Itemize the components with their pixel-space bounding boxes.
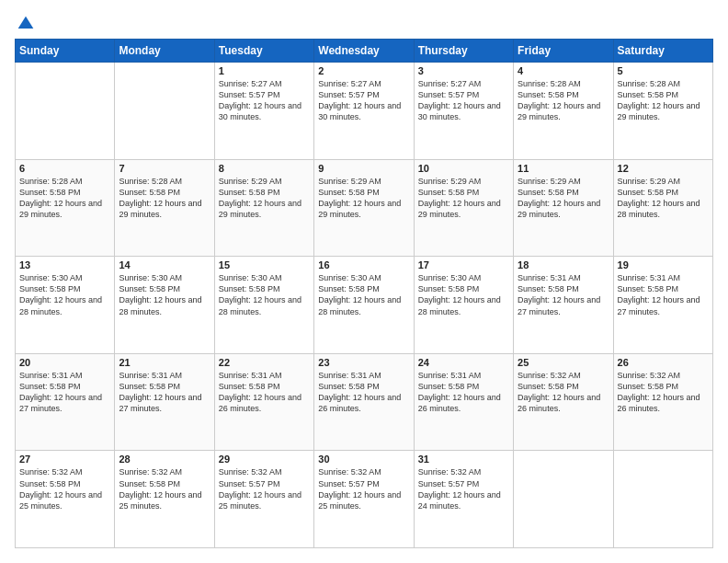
day-info: Sunrise: 5:30 AM Sunset: 5:58 PM Dayligh… [219,272,310,317]
day-info: Sunrise: 5:28 AM Sunset: 5:58 PM Dayligh… [618,78,709,123]
day-number: 2 [318,65,409,76]
day-info: Sunrise: 5:27 AM Sunset: 5:57 PM Dayligh… [318,78,409,123]
calendar-cell: 20Sunrise: 5:31 AM Sunset: 5:58 PM Dayli… [16,353,115,451]
day-number: 28 [119,454,210,465]
day-of-week-header: Wednesday [314,40,414,63]
logo-text [15,15,35,33]
calendar-header-row: SundayMondayTuesdayWednesdayThursdayFrid… [16,40,713,63]
calendar-cell: 24Sunrise: 5:31 AM Sunset: 5:58 PM Dayli… [414,353,513,451]
calendar-cell [16,63,115,160]
calendar-cell: 21Sunrise: 5:31 AM Sunset: 5:58 PM Dayli… [115,353,214,451]
calendar-cell: 26Sunrise: 5:32 AM Sunset: 5:58 PM Dayli… [613,353,712,451]
day-info: Sunrise: 5:31 AM Sunset: 5:58 PM Dayligh… [318,370,409,415]
calendar-cell: 17Sunrise: 5:30 AM Sunset: 5:58 PM Dayli… [414,257,513,354]
day-number: 16 [318,259,409,270]
day-number: 10 [418,163,509,174]
calendar-cell: 8Sunrise: 5:29 AM Sunset: 5:58 PM Daylig… [214,159,313,257]
day-info: Sunrise: 5:31 AM Sunset: 5:58 PM Dayligh… [219,370,310,415]
calendar-cell: 9Sunrise: 5:29 AM Sunset: 5:58 PM Daylig… [314,159,414,257]
logo [15,15,35,29]
day-info: Sunrise: 5:28 AM Sunset: 5:58 PM Dayligh… [518,78,609,123]
day-info: Sunrise: 5:30 AM Sunset: 5:58 PM Dayligh… [418,272,509,317]
day-info: Sunrise: 5:32 AM Sunset: 5:58 PM Dayligh… [19,466,110,511]
day-number: 30 [318,454,409,465]
day-number: 27 [19,454,110,465]
calendar-cell: 23Sunrise: 5:31 AM Sunset: 5:58 PM Dayli… [314,353,414,451]
day-number: 1 [219,65,310,76]
day-number: 7 [119,163,210,174]
calendar-cell: 6Sunrise: 5:28 AM Sunset: 5:58 PM Daylig… [16,159,115,257]
day-number: 8 [219,163,310,174]
day-number: 25 [518,357,609,368]
day-of-week-header: Thursday [414,40,513,63]
day-of-week-header: Sunday [16,40,115,63]
day-number: 19 [618,259,709,270]
day-info: Sunrise: 5:32 AM Sunset: 5:58 PM Dayligh… [518,370,609,415]
day-info: Sunrise: 5:30 AM Sunset: 5:58 PM Dayligh… [119,272,210,317]
day-number: 3 [418,65,509,76]
day-number: 15 [219,259,310,270]
day-number: 17 [418,259,509,270]
day-info: Sunrise: 5:29 AM Sunset: 5:58 PM Dayligh… [418,176,509,221]
day-number: 31 [418,454,509,465]
day-info: Sunrise: 5:32 AM Sunset: 5:57 PM Dayligh… [318,466,409,511]
day-info: Sunrise: 5:31 AM Sunset: 5:58 PM Dayligh… [19,370,110,415]
day-number: 21 [119,357,210,368]
calendar-cell: 4Sunrise: 5:28 AM Sunset: 5:58 PM Daylig… [514,63,613,160]
day-info: Sunrise: 5:27 AM Sunset: 5:57 PM Dayligh… [219,78,310,123]
calendar-cell: 31Sunrise: 5:32 AM Sunset: 5:57 PM Dayli… [414,451,513,548]
day-number: 9 [318,163,409,174]
calendar-cell: 11Sunrise: 5:29 AM Sunset: 5:58 PM Dayli… [514,159,613,257]
calendar-cell: 29Sunrise: 5:32 AM Sunset: 5:57 PM Dayli… [214,451,313,548]
day-info: Sunrise: 5:31 AM Sunset: 5:58 PM Dayligh… [518,272,609,317]
page: SundayMondayTuesdayWednesdayThursdayFrid… [0,0,728,563]
calendar-cell: 27Sunrise: 5:32 AM Sunset: 5:58 PM Dayli… [16,451,115,548]
calendar-cell: 13Sunrise: 5:30 AM Sunset: 5:58 PM Dayli… [16,257,115,354]
day-number: 22 [219,357,310,368]
day-number: 18 [518,259,609,270]
calendar-cell: 15Sunrise: 5:30 AM Sunset: 5:58 PM Dayli… [214,257,313,354]
day-number: 4 [518,65,609,76]
calendar-week-row: 1Sunrise: 5:27 AM Sunset: 5:57 PM Daylig… [16,63,713,160]
day-info: Sunrise: 5:31 AM Sunset: 5:58 PM Dayligh… [618,272,709,317]
day-info: Sunrise: 5:29 AM Sunset: 5:58 PM Dayligh… [518,176,609,221]
day-info: Sunrise: 5:28 AM Sunset: 5:58 PM Dayligh… [19,176,110,221]
calendar-week-row: 6Sunrise: 5:28 AM Sunset: 5:58 PM Daylig… [16,159,713,257]
calendar-cell: 28Sunrise: 5:32 AM Sunset: 5:58 PM Dayli… [115,451,214,548]
day-number: 23 [318,357,409,368]
calendar-cell: 16Sunrise: 5:30 AM Sunset: 5:58 PM Dayli… [314,257,414,354]
calendar-cell: 5Sunrise: 5:28 AM Sunset: 5:58 PM Daylig… [613,63,712,160]
day-number: 20 [19,357,110,368]
calendar-cell: 2Sunrise: 5:27 AM Sunset: 5:57 PM Daylig… [314,63,414,160]
day-number: 14 [119,259,210,270]
calendar-cell [613,451,712,548]
day-info: Sunrise: 5:29 AM Sunset: 5:58 PM Dayligh… [618,176,709,221]
calendar-cell: 10Sunrise: 5:29 AM Sunset: 5:58 PM Dayli… [414,159,513,257]
day-number: 12 [618,163,709,174]
day-of-week-header: Tuesday [214,40,313,63]
day-number: 6 [19,163,110,174]
day-number: 13 [19,259,110,270]
day-info: Sunrise: 5:29 AM Sunset: 5:58 PM Dayligh… [318,176,409,221]
day-info: Sunrise: 5:30 AM Sunset: 5:58 PM Dayligh… [318,272,409,317]
calendar-week-row: 27Sunrise: 5:32 AM Sunset: 5:58 PM Dayli… [16,451,713,548]
day-number: 24 [418,357,509,368]
day-info: Sunrise: 5:28 AM Sunset: 5:58 PM Dayligh… [119,176,210,221]
day-info: Sunrise: 5:29 AM Sunset: 5:58 PM Dayligh… [219,176,310,221]
day-of-week-header: Friday [514,40,613,63]
day-of-week-header: Monday [115,40,214,63]
day-info: Sunrise: 5:32 AM Sunset: 5:57 PM Dayligh… [219,466,310,511]
calendar-cell [514,451,613,548]
day-info: Sunrise: 5:27 AM Sunset: 5:57 PM Dayligh… [418,78,509,123]
calendar-cell: 19Sunrise: 5:31 AM Sunset: 5:58 PM Dayli… [613,257,712,354]
calendar-cell: 12Sunrise: 5:29 AM Sunset: 5:58 PM Dayli… [613,159,712,257]
calendar-cell: 1Sunrise: 5:27 AM Sunset: 5:57 PM Daylig… [214,63,313,160]
calendar-cell: 3Sunrise: 5:27 AM Sunset: 5:57 PM Daylig… [414,63,513,160]
calendar-cell: 18Sunrise: 5:31 AM Sunset: 5:58 PM Dayli… [514,257,613,354]
day-number: 26 [618,357,709,368]
day-of-week-header: Saturday [613,40,712,63]
calendar-cell: 25Sunrise: 5:32 AM Sunset: 5:58 PM Dayli… [514,353,613,451]
day-info: Sunrise: 5:32 AM Sunset: 5:57 PM Dayligh… [418,466,509,511]
day-info: Sunrise: 5:32 AM Sunset: 5:58 PM Dayligh… [119,466,210,511]
calendar-cell: 30Sunrise: 5:32 AM Sunset: 5:57 PM Dayli… [314,451,414,548]
